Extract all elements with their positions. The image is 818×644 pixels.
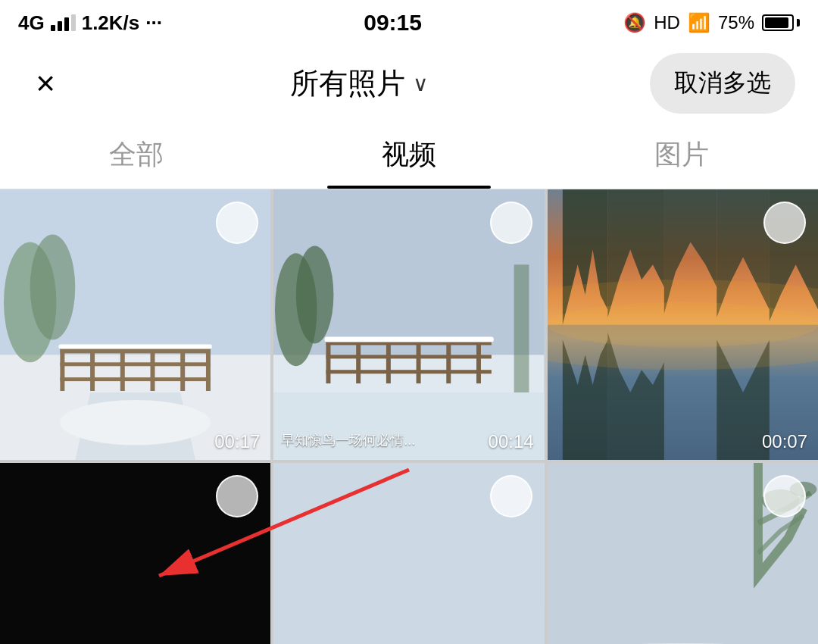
svg-rect-8 — [90, 345, 95, 391]
svg-rect-27 — [447, 339, 451, 384]
video-duration-3: 00:07 — [762, 431, 807, 452]
tab-image[interactable]: 图片 — [545, 121, 818, 189]
signal-bar-3 — [64, 17, 69, 31]
signal-info: 4G 1.2K/s ··· — [18, 11, 162, 35]
svg-rect-22 — [326, 370, 492, 374]
photo-cell-6[interactable] — [548, 463, 818, 644]
album-title-area[interactable]: 所有照片 ∨ — [290, 64, 429, 103]
status-icons: 🔕 HD 📶 75% — [623, 12, 800, 33]
svg-rect-12 — [206, 345, 211, 391]
video-subtitle-2: 早知惊鸟一场何必情... — [281, 431, 415, 449]
select-circle-5 — [490, 475, 532, 517]
signal-bar-4 — [71, 14, 76, 31]
select-circle-3 — [763, 202, 806, 244]
svg-rect-13 — [58, 344, 211, 349]
battery-percent: 75% — [718, 12, 754, 33]
dots: ··· — [145, 11, 162, 35]
svg-rect-23 — [326, 339, 331, 384]
close-button[interactable]: × — [23, 61, 68, 106]
tab-video-indicator — [327, 186, 491, 189]
network-speed: 1.2K/s — [82, 11, 140, 35]
network-type: 4G — [18, 11, 45, 35]
clock: 09:15 — [364, 10, 422, 36]
signal-bar-2 — [58, 21, 62, 31]
chevron-down-icon: ∨ — [413, 71, 429, 96]
battery-icon — [762, 14, 800, 31]
svg-point-18 — [296, 245, 334, 343]
album-title: 所有照片 — [290, 64, 405, 103]
photo-cell-5[interactable] — [273, 463, 544, 644]
status-bar: 4G 1.2K/s ··· 09:15 🔕 HD 📶 75% — [0, 0, 818, 45]
video-duration-2: 00:14 — [489, 431, 534, 452]
svg-rect-25 — [386, 339, 391, 384]
svg-rect-7 — [60, 345, 64, 391]
signal-bar-1 — [51, 25, 55, 31]
svg-rect-11 — [180, 345, 185, 391]
select-circle-6 — [763, 475, 806, 517]
bell-icon: 🔕 — [623, 12, 646, 33]
svg-rect-6 — [60, 377, 211, 381]
tab-all[interactable]: 全部 — [0, 121, 273, 189]
photo-grid: 00:17 — [0, 189, 818, 644]
svg-rect-29 — [325, 337, 494, 342]
svg-rect-10 — [151, 345, 155, 391]
svg-rect-21 — [326, 355, 492, 358]
svg-rect-19 — [514, 264, 529, 400]
signal-bars — [51, 14, 76, 31]
svg-rect-9 — [120, 345, 125, 391]
wifi-icon: 📶 — [688, 12, 710, 33]
photo-cell-3[interactable]: 00:07 — [548, 189, 818, 460]
svg-point-14 — [60, 400, 211, 445]
svg-point-3 — [30, 235, 76, 340]
tab-image-label: 图片 — [654, 136, 709, 174]
svg-rect-28 — [476, 339, 481, 384]
photo-cell-2[interactable]: 早知惊鸟一场何必情... 00:14 — [273, 189, 544, 460]
svg-rect-5 — [60, 362, 211, 366]
photo-grid-wrapper: 00:17 — [0, 189, 818, 644]
svg-point-33 — [548, 302, 818, 348]
hd-label: HD — [654, 12, 680, 33]
cancel-multiselect-button[interactable]: 取消多选 — [650, 53, 795, 114]
select-circle-1 — [216, 202, 258, 244]
svg-rect-24 — [357, 339, 361, 384]
tab-video-label: 视频 — [382, 136, 436, 174]
close-icon: × — [36, 67, 55, 100]
header: × 所有照片 ∨ 取消多选 — [0, 45, 818, 121]
photo-cell-1[interactable]: 00:17 — [0, 189, 270, 460]
svg-rect-26 — [417, 339, 421, 384]
tab-bar: 全部 视频 图片 — [0, 121, 818, 189]
select-circle-2 — [490, 202, 532, 244]
tab-video[interactable]: 视频 — [273, 121, 545, 189]
tab-all-label: 全部 — [109, 136, 164, 174]
photo-cell-4[interactable] — [0, 463, 270, 644]
video-duration-1: 00:17 — [214, 431, 260, 452]
